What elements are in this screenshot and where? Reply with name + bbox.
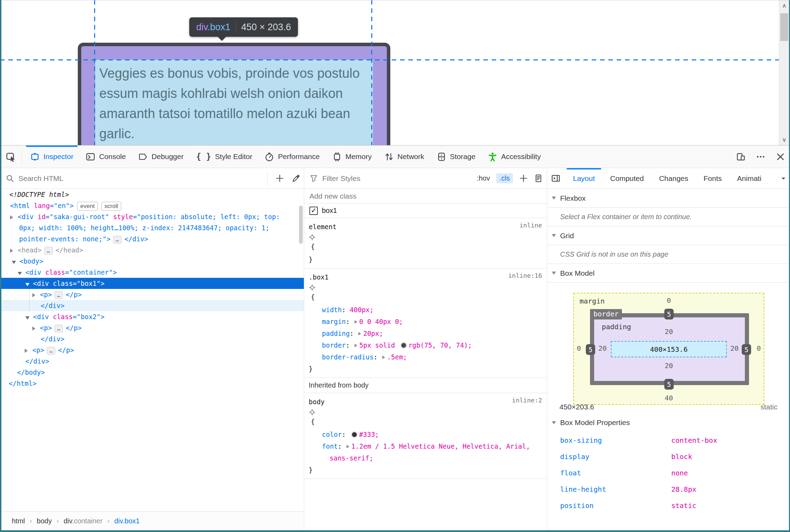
ellipsis-chip[interactable]: … [55, 325, 63, 332]
expander-open-icon[interactable] [25, 283, 30, 286]
box-model-properties-header[interactable]: Box Model Properties [547, 415, 790, 431]
markup-row[interactable]: <div class="box2"> [0, 311, 304, 322]
flexbox-section-header[interactable]: Flexbox [547, 189, 790, 208]
tab-performance[interactable]: Performance [258, 146, 326, 168]
breadcrumb-item[interactable]: html [12, 517, 25, 525]
expander-closed-icon[interactable] [32, 293, 35, 297]
breadcrumb-item[interactable]: body [37, 517, 52, 525]
markup-row[interactable]: <p>…</p> [0, 289, 304, 300]
page-scrollbar-thumb[interactable] [780, 13, 788, 41]
panel-divider[interactable] [304, 168, 304, 532]
expander-closed-icon[interactable] [25, 349, 28, 353]
markup-row[interactable]: <p>…</p> [0, 344, 304, 356]
padding-top-value[interactable]: 20 [574, 327, 764, 336]
tab-accessibility[interactable]: Accessibility [482, 146, 547, 168]
tab-inspector[interactable]: Inspector [24, 146, 80, 168]
expander-closed-icon[interactable] [358, 332, 361, 335]
event-badge[interactable]: scroll [101, 202, 122, 211]
breadcrumb-item[interactable]: div.box1 [114, 517, 140, 525]
search-input[interactable]: Search HTML [18, 174, 64, 183]
markup-row-selected[interactable]: <div class="box1"> [0, 278, 304, 289]
css-declaration[interactable]: border: 5px solid rgb(75, 70, 74); [304, 339, 547, 351]
markup-row[interactable]: </div> [0, 356, 304, 367]
box-model-section-header[interactable]: Box Model [547, 264, 790, 283]
color-swatch[interactable] [401, 342, 407, 348]
breadcrumb-item[interactable]: div.container [64, 517, 102, 525]
filter-styles-input[interactable]: Filter Styles [322, 174, 360, 183]
color-swatch[interactable] [351, 432, 357, 438]
class-checkbox[interactable] [309, 207, 318, 215]
tab-debugger[interactable]: Debugger [132, 146, 190, 168]
tab-network[interactable]: Network [378, 146, 431, 168]
sidebar-tab-layout[interactable]: Layout [565, 168, 602, 189]
responsive-mode-icon[interactable] [736, 152, 746, 161]
expander-closed-icon[interactable] [347, 445, 349, 448]
sidebar-tab-fonts[interactable]: Fonts [696, 168, 730, 189]
ellipsis-chip[interactable]: … [47, 347, 55, 355]
css-declaration[interactable]: font: 1.2em / 1.5 Helvetica Neue, Helvet… [304, 440, 547, 464]
css-declaration[interactable]: margin: 0 0 40px 0; [304, 316, 547, 327]
expander-closed-icon[interactable] [382, 356, 385, 359]
expander-closed-icon[interactable] [355, 344, 357, 347]
selector-highlighter-icon[interactable] [309, 284, 547, 291]
panel-divider[interactable] [547, 168, 547, 532]
border-bottom-value[interactable]: 5 [664, 379, 674, 390]
all-tabs-chevron-icon[interactable] [780, 175, 787, 182]
ellipsis-chip[interactable]: … [55, 291, 63, 299]
markup-row[interactable]: <html lang="en">eventscroll [0, 200, 304, 211]
sidebar-tab-changes[interactable]: Changes [651, 168, 696, 189]
padding-right-value[interactable]: 20 [730, 344, 739, 352]
margin-top-value[interactable]: 0 [574, 296, 764, 305]
sidebar-tab-computed[interactable]: Computed [602, 168, 651, 189]
sidebar-tab-animati[interactable]: Animati [730, 168, 769, 189]
markup-row[interactable]: </div> [0, 333, 304, 344]
padding-bottom-value[interactable]: 20 [574, 361, 764, 370]
scroll-down-icon[interactable]: ∨ [779, 136, 789, 143]
border-top-value[interactable]: 5 [664, 309, 674, 319]
margin-right-value[interactable]: 0 [757, 344, 761, 352]
close-icon[interactable] [776, 152, 785, 161]
box-model-diagram[interactable]: margin 0 0 0 40 border 5 5 5 5 padding 2… [573, 293, 764, 405]
markup-row[interactable]: <div class="container"> [0, 267, 304, 278]
markup-row[interactable]: </html> [0, 378, 304, 389]
markup-row[interactable]: <head>…</head> [0, 244, 304, 256]
meatball-menu-icon[interactable] [756, 152, 765, 161]
expander-open-icon[interactable] [25, 316, 30, 319]
content-box-value[interactable]: 400×153.6 [611, 341, 727, 357]
markup-row[interactable]: pointer-events: none;">…</div> [0, 233, 304, 244]
border-right-value[interactable]: 5 [742, 344, 751, 355]
ellipsis-chip[interactable]: … [113, 236, 122, 243]
padding-left-value[interactable]: 20 [598, 344, 607, 352]
rule-selector[interactable]: element{ [304, 221, 547, 253]
toggle-pseudo-classes-button[interactable]: :hov [477, 174, 490, 182]
expander-open-icon[interactable] [12, 261, 16, 264]
stylesheet-location-link[interactable]: inline:16 [508, 272, 542, 279]
markup-scrollbar-thumb[interactable] [299, 206, 303, 244]
stylesheet-location-link[interactable]: inline:2 [512, 397, 542, 404]
expander-closed-icon[interactable] [10, 249, 13, 253]
css-declaration[interactable]: padding: 20px; [304, 327, 547, 339]
css-declaration[interactable]: border-radius: .5em; [304, 351, 547, 363]
expander-open-icon[interactable] [18, 272, 22, 275]
page-scrollbar[interactable]: ∧ ∨ [779, 0, 789, 145]
border-left-value[interactable]: 5 [586, 344, 595, 355]
grid-section-header[interactable]: Grid [547, 226, 790, 245]
markup-row[interactable]: </body> [0, 367, 304, 378]
css-declaration[interactable]: color: #333; [304, 429, 547, 440]
css-declaration[interactable]: width: 400px; [304, 304, 547, 316]
expand-sidebar-icon[interactable] [551, 174, 560, 183]
selector-highlighter-icon[interactable] [309, 409, 547, 416]
markup-row[interactable]: <!DOCTYPE html> [0, 189, 304, 200]
selector-highlighter-icon[interactable] [309, 234, 547, 241]
add-rule-icon[interactable] [519, 174, 528, 183]
scroll-up-icon[interactable]: ∧ [779, 2, 789, 9]
markup-row[interactable]: <body> [0, 256, 304, 267]
rule-selector[interactable]: body{ [304, 396, 547, 429]
markup-row[interactable]: </div> [0, 300, 304, 311]
node-picker-button[interactable] [0, 146, 22, 168]
tab-memory[interactable]: Memory [326, 146, 378, 168]
add-new-class-input[interactable]: Add new class [304, 189, 547, 203]
print-simulation-icon[interactable] [534, 174, 543, 183]
eyedropper-icon[interactable] [292, 174, 300, 183]
expander-closed-icon[interactable] [355, 320, 357, 324]
